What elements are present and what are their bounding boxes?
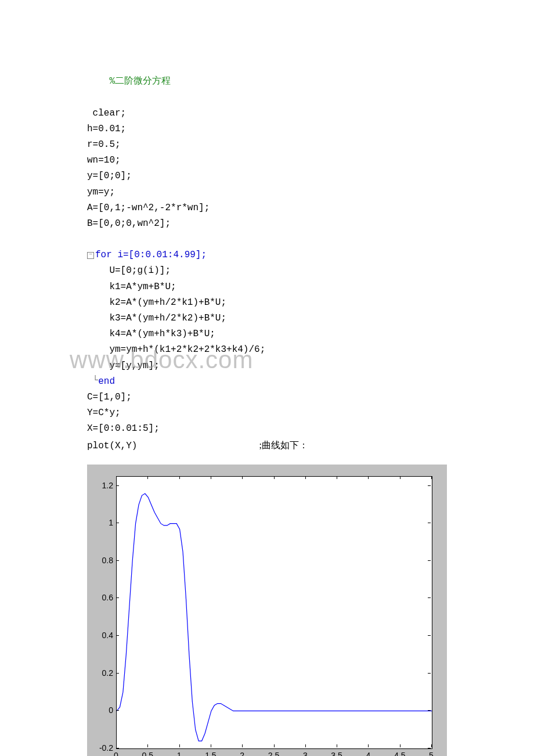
fold-end-icon: └ (93, 373, 99, 388)
x-tick-label: 2.5 (268, 751, 279, 756)
chart: -0.200.20.40.60.811.200.511.522.533.544.… (87, 465, 447, 756)
fold-minus-icon: − (87, 252, 94, 259)
code-line: r=0.5; (87, 139, 121, 150)
code-line: A=[0,1;-wn^2,-2*r*wn]; (87, 203, 210, 213)
x-tick-label: 3 (303, 751, 308, 756)
y-tick-label: 0 (90, 705, 113, 715)
plot-area (116, 476, 432, 749)
y-tick-label: 0.8 (90, 556, 113, 565)
code-line: h=0.01; (87, 124, 126, 134)
code-line: ym=y; (87, 187, 115, 197)
code-line: clear; (87, 108, 126, 118)
x-tick-label: 0.5 (142, 751, 153, 756)
y-tick-label: 1.2 (90, 481, 113, 490)
code-block: %二阶微分方程 clear; h=0.01; r=0.5; wn=10; y=[… (87, 58, 447, 454)
y-tick-label: 0.4 (90, 631, 113, 640)
x-tick-label: 4.5 (394, 751, 405, 756)
inline-annotation: ;曲线如下： (259, 440, 308, 450)
watermark: www.bdocx.com (70, 346, 253, 374)
x-tick-label: 4 (366, 751, 370, 756)
code-line: k1=A*ym+B*U; (87, 282, 176, 292)
code-line: k3=A*(ym+h/2*k2)+B*U; (87, 313, 226, 323)
x-tick-label: 3.5 (331, 751, 342, 756)
code-line: y=[0;0]; (87, 171, 132, 181)
code-line: plot(X,Y) (87, 441, 137, 451)
y-tick-label: 0.6 (90, 593, 113, 602)
x-tick-label: 0 (114, 751, 118, 756)
code-line: k4=A*(ym+h*k3)+B*U; (87, 329, 215, 339)
code-keyword-end: end (98, 376, 115, 387)
code-line: U=[0;g(i)]; (87, 265, 171, 276)
y-tick-label: 0.2 (90, 668, 113, 678)
code-keyword-for: for i=[0:0.01:4.99]; (95, 250, 207, 260)
x-tick-label: 2 (240, 751, 244, 756)
code-line: k2=A*(ym+h/2*k1)+B*U; (87, 297, 226, 308)
x-tick-label: 5 (429, 751, 434, 756)
code-line: C=[1,0]; (87, 392, 132, 402)
chart-line (117, 477, 432, 748)
code-line: X=[0:0.01:5]; (87, 423, 160, 434)
y-tick-label: 1 (90, 518, 113, 527)
code-comment: %二阶微分方程 (109, 76, 171, 87)
code-line: wn=10; (87, 155, 121, 165)
x-tick-label: 1 (177, 751, 182, 756)
code-line: B=[0,0;0,wn^2]; (87, 218, 171, 229)
x-tick-label: 1.5 (205, 751, 216, 756)
y-tick-label: -0.2 (90, 743, 113, 753)
code-line: Y=C*y; (87, 408, 121, 418)
